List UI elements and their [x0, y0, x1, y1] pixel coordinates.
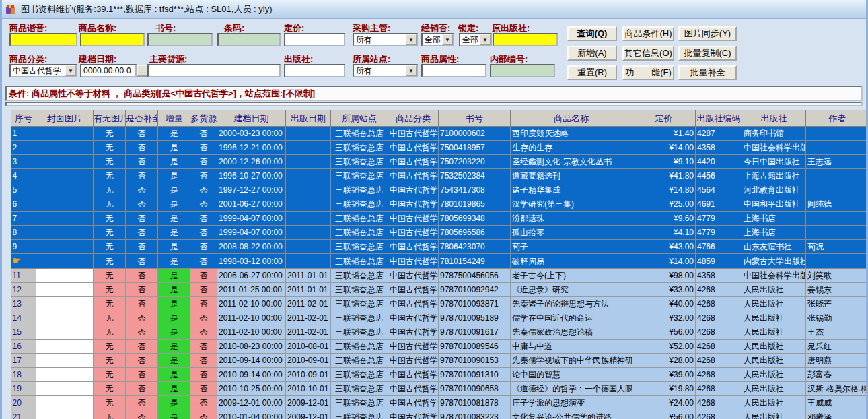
image-sync-button[interactable]: 图片同步(Y) — [678, 26, 737, 41]
created-date-input[interactable] — [80, 64, 137, 77]
table-row[interactable]: 1无否是否2000-03-23 00:00三联韬奋总店中国古代哲学7100000… — [11, 127, 868, 141]
app-window: 图书资料维护(服务:39.1***,数据库 : tfsd***,站点 : SL0… — [0, 0, 868, 419]
table-row[interactable]: 3无否是否2000-12-26 00:00三联韬奋总店中国古代哲学7507203… — [11, 155, 868, 169]
chevron-down-icon[interactable]: ▼ — [406, 65, 417, 76]
table-row[interactable]: 5无否是否1997-12-27 00:00三联韬奋总店中国古代哲学7543417… — [11, 183, 868, 197]
column-header[interactable]: 出版日期 — [286, 110, 331, 127]
price-input[interactable] — [284, 33, 345, 46]
chevron-down-icon[interactable]: ▼ — [65, 65, 76, 76]
add-button[interactable]: 新增(A) — [567, 46, 617, 61]
internal-no-input[interactable] — [490, 64, 555, 77]
purchase-manager-select[interactable]: 所有 ▼ — [353, 33, 418, 46]
condition-strip — [5, 102, 863, 106]
table-row[interactable]: 9无否是否2008-08-22 00:00三联韬奋总店中国古代哲学7806423… — [11, 240, 868, 254]
column-header[interactable]: 增量 — [158, 110, 190, 127]
column-header[interactable]: 多货源 — [190, 110, 217, 127]
column-header[interactable]: 序号 — [11, 110, 36, 127]
column-header[interactable]: 作者 — [806, 110, 868, 127]
column-header[interactable]: 建档日期 — [217, 110, 286, 127]
table-row[interactable]: 20无否是否2009-12-01 00:002009-12-01三联韬奋总店中国… — [11, 396, 868, 410]
other-info-button[interactable]: 其它信息(O) — [622, 46, 674, 61]
dealer-select[interactable]: 全部 ▼ — [421, 33, 454, 46]
table-row[interactable]: 21无否是否2010-01-04 00:002009-12-01三联韬奋总店中国… — [11, 410, 868, 419]
chevron-down-icon[interactable]: ▼ — [406, 34, 417, 45]
table-row[interactable]: 16无否是否2010-08-23 00:002010-08-01三联韬奋总店中国… — [11, 340, 868, 354]
condition-bar: 条件: 商品属性不等于材料 ， 商品类别[是<中国古代哲学>]，站点范围:[不限… — [5, 86, 863, 101]
column-header[interactable]: 出版社 — [742, 110, 806, 127]
titlebar: 图书资料维护(服务:39.1***,数据库 : tfsd***,站点 : SL0… — [0, 0, 868, 19]
table-row[interactable]: 8无否是否1999-04-07 00:00三联韬奋总店中国古代哲学7805696… — [11, 226, 868, 240]
main-source-input[interactable] — [147, 64, 281, 77]
window-title: 图书资料维护(服务:39.1***,数据库 : tfsd***,站点 : SL0… — [21, 3, 272, 15]
column-header[interactable]: 商品名称 — [511, 110, 632, 127]
chevron-down-icon[interactable]: ▼ — [480, 34, 491, 45]
table-row[interactable]: 19无否是否2010-10-25 00:002010-10-01三联韬奋总店中国… — [11, 382, 868, 396]
category-select[interactable]: 中国古代哲学 ▼ — [9, 64, 77, 77]
publisher-input[interactable] — [284, 64, 345, 77]
attribute-input[interactable] — [421, 64, 486, 77]
table-header-row: 序号封面图片有无图片是否补全增量多货源建档日期出版日期所属站点商品分类书号商品名… — [11, 110, 868, 127]
station-select[interactable]: 所有 ▼ — [353, 64, 418, 77]
batch-complete-button[interactable]: 批量补全 — [678, 65, 737, 80]
locked-select[interactable]: 全部 ▼ — [459, 33, 492, 46]
column-header[interactable]: 商品分类 — [388, 110, 439, 127]
pinyin-input[interactable] — [9, 33, 77, 46]
column-header[interactable]: 书号 — [439, 110, 511, 127]
table-row[interactable]: 11无否是否2006-06-27 00:002011-01-01三联韬奋总店中国… — [11, 269, 868, 283]
table-row[interactable]: 17无否是否2010-09-14 00:002010-09-01三联韬奋总店中国… — [11, 354, 868, 368]
product-name-input[interactable] — [80, 33, 145, 46]
table-row[interactable]: 4无否是否1996-10-27 00:00三联韬奋总店中国古代哲学7532502… — [11, 169, 868, 183]
column-header[interactable]: 是否补全 — [126, 110, 158, 127]
table-row[interactable]: 12无否是否2011-01-25 00:002011-01-01三联韬奋总店中国… — [11, 283, 868, 297]
current-row-hand-icon: ☛ — [13, 255, 22, 266]
table-row[interactable]: 2无否是否1996-12-21 00:00三联韬奋总店中国古代哲学7500418… — [11, 141, 868, 155]
condition-text: 条件: 商品属性不等于材料 ， 商品类别[是<中国古代哲学>]，站点范围:[不限… — [9, 88, 315, 98]
barcode-input[interactable] — [217, 33, 281, 46]
query-button[interactable]: 查询(Q) — [567, 26, 617, 41]
product-condition-button[interactable]: 商品条件(H) — [622, 26, 674, 41]
table-row[interactable]: 7无否是否1999-04-07 00:00三联韬奋总店中国古代哲学7805699… — [11, 212, 868, 226]
book-table: 序号封面图片有无图片是否补全增量多货源建档日期出版日期所属站点商品分类书号商品名… — [11, 110, 868, 419]
table-row[interactable]: 18无否是否2010-09-14 00:002010-09-01三联韬奋总店中国… — [11, 368, 868, 382]
search-form: 商品谐音: 商品名称: 书号: 条码: 定价: 采购主管: 经销否: 锁定: 原… — [2, 20, 866, 85]
table-row[interactable]: 15无否是否2011-02-10 00:002011-02-01三联韬奋总店中国… — [11, 325, 868, 340]
column-header[interactable]: 所属站点 — [331, 110, 388, 127]
chevron-down-icon[interactable]: ▼ — [442, 34, 453, 45]
column-header[interactable]: 有无图片 — [94, 110, 126, 127]
column-header[interactable]: 封面图片 — [36, 110, 94, 127]
table-row[interactable]: 6无否是否2001-06-27 00:00三联韬奋总店中国古代哲学7801019… — [11, 197, 868, 212]
reset-button[interactable]: 重置(R) — [567, 65, 617, 80]
table-row[interactable]: ☛无否是否1998-03-12 00:00三联韬奋总店中国古代哲学7810154… — [11, 254, 868, 269]
data-grid: 序号封面图片有无图片是否补全增量多货源建档日期出版日期所属站点商品分类书号商品名… — [11, 110, 866, 419]
batch-copy-button[interactable]: 批量复制(C) — [678, 46, 737, 61]
book-no-input[interactable] — [147, 33, 213, 46]
column-header[interactable]: 定价 — [632, 110, 696, 127]
app-icon — [5, 4, 17, 15]
column-header[interactable]: 出版社编码 — [696, 110, 742, 127]
orig-publisher-input[interactable] — [493, 33, 558, 46]
function-button[interactable]: 功 能(F) — [622, 65, 674, 80]
table-row[interactable]: 13无否是否2011-02-10 00:002011-02-01三联韬奋总店中国… — [11, 297, 868, 311]
table-row[interactable]: 14无否是否2011-02-10 00:002011-02-01三联韬奋总店中国… — [11, 311, 868, 325]
